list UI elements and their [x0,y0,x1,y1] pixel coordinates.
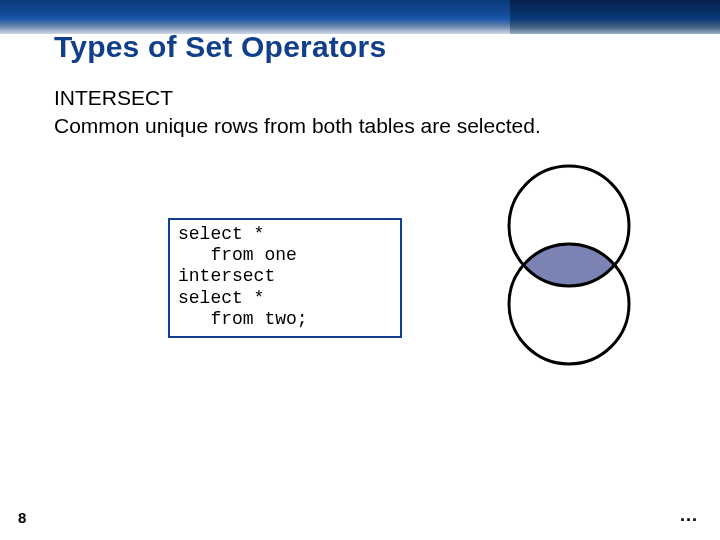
code-box: select * from one intersect select * fro… [168,218,402,338]
body-text: INTERSECT Common unique rows from both t… [54,84,541,141]
sql-code: select * from one intersect select * fro… [178,224,392,330]
operator-description: Common unique rows from both tables are … [54,112,541,140]
venn-svg [492,162,646,368]
slide-page: Types of Set Operators INTERSECT Common … [0,0,720,540]
venn-diagram [492,162,646,368]
page-number: 8 [18,509,26,526]
footer-ellipsis: ... [680,505,698,526]
operator-name: INTERSECT [54,84,541,112]
header-banner [0,0,720,34]
slide-title: Types of Set Operators [54,30,386,64]
